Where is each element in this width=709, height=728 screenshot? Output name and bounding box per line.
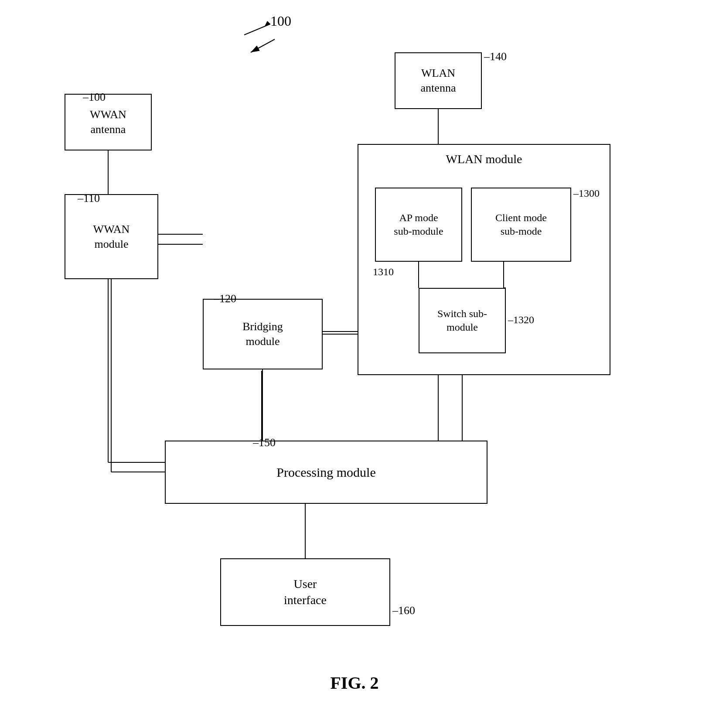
ap-mode-box: AP modesub-module xyxy=(375,188,462,262)
ref-10: 100 xyxy=(270,13,291,29)
user-interface-label: Userinterface xyxy=(284,576,327,608)
diagram: 100 WWANantenna –100 WWANmodule –110 Bri… xyxy=(0,0,709,728)
switch-submodule-box: Switch sub-module xyxy=(419,288,506,353)
bridging-module-label: Bridgingmodule xyxy=(242,319,283,349)
wlan-antenna-box: WLANantenna xyxy=(395,52,482,109)
processing-module-box: Processing module xyxy=(165,441,487,504)
ref-120: –120 xyxy=(214,292,236,305)
wwan-module-label: WWANmodule xyxy=(93,222,130,252)
ref-110: –110 xyxy=(78,192,100,205)
client-mode-label: Client modesub-mode xyxy=(495,211,547,238)
ref-140: –140 xyxy=(484,50,507,63)
processing-module-label: Processing module xyxy=(276,464,375,481)
ref-1300: –1300 xyxy=(573,188,600,199)
svg-line-0 xyxy=(244,24,270,35)
switch-submodule-label: Switch sub-module xyxy=(437,307,487,334)
ref-100: –100 xyxy=(83,91,106,104)
wwan-antenna-box: WWANantenna xyxy=(65,94,152,150)
ref-1310: 1310 xyxy=(373,266,394,278)
svg-line-15 xyxy=(251,39,275,52)
ap-mode-label: AP modesub-module xyxy=(394,211,443,238)
ref-1320: –1320 xyxy=(508,314,534,326)
svg-marker-1 xyxy=(265,21,270,26)
user-interface-box: Userinterface xyxy=(220,558,390,626)
fig-caption: FIG. 2 xyxy=(330,673,378,693)
ref-150: –150 xyxy=(253,436,276,449)
wlan-module-label: WLAN module xyxy=(446,151,522,167)
ref-160: –160 xyxy=(392,604,415,617)
wlan-antenna-label: WLANantenna xyxy=(421,66,456,96)
wwan-antenna-label: WWANantenna xyxy=(90,107,126,137)
bridging-module-box: Bridgingmodule xyxy=(203,299,323,369)
wwan-module-box: WWANmodule xyxy=(65,194,158,279)
client-mode-box: Client modesub-mode xyxy=(471,188,571,262)
